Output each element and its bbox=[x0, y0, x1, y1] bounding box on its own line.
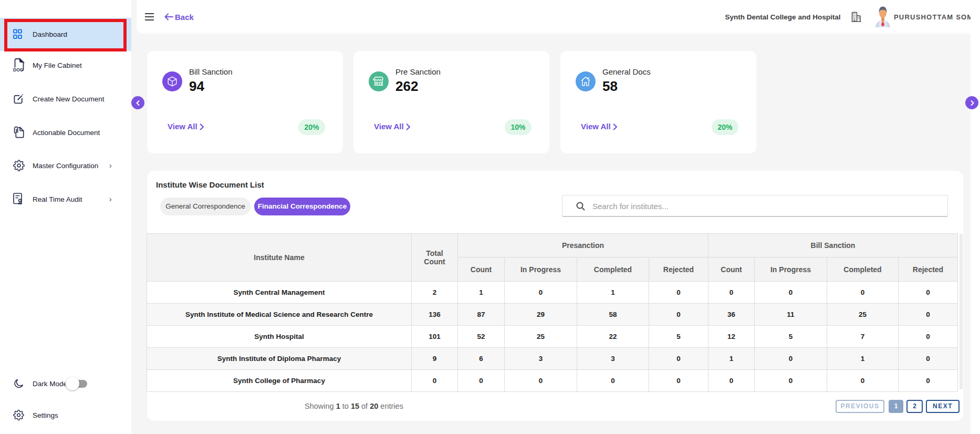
svg-text:DOC: DOC bbox=[13, 67, 23, 73]
